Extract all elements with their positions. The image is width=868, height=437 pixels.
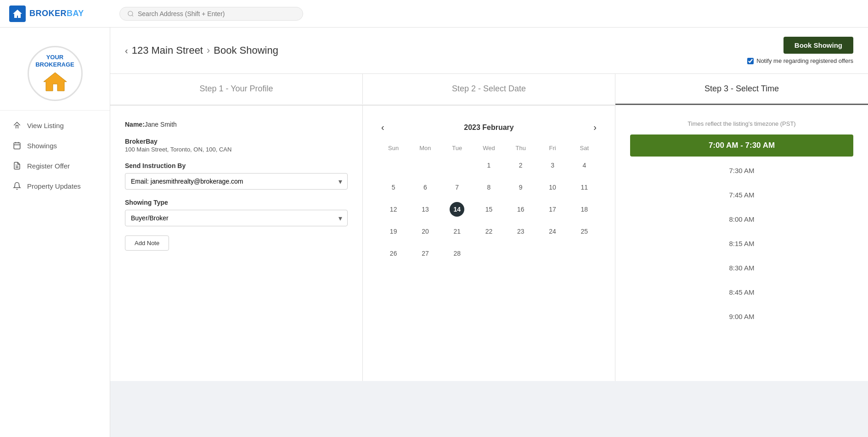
calendar-day[interactable]: 8 — [473, 176, 505, 198]
calendar-day[interactable]: 10 — [536, 176, 568, 198]
cal-day-header: Fri — [536, 142, 568, 154]
bell-icon — [12, 181, 22, 190]
calendar-day[interactable]: 3 — [536, 154, 568, 176]
timezone-note: Times reflect the listing's timezone (PS… — [630, 120, 853, 127]
add-note-button[interactable]: Add Note — [125, 235, 169, 251]
step1-body: Name:Jane Smith BrokerBay 100 Main Stree… — [110, 106, 363, 381]
time-slot[interactable]: 7:00 AM - 7:30 AM — [630, 134, 853, 157]
brokerage-address: 100 Main Street, Toronto, ON, 100, CAN — [125, 146, 348, 153]
calendar-day[interactable]: 17 — [536, 198, 568, 220]
home-icon — [12, 121, 22, 130]
showing-type-group: Showing Type Buyer/Broker Buyer Only Bro… — [125, 199, 348, 226]
step3-header: Step 3 - Select Time — [615, 74, 868, 105]
calendar-day — [441, 154, 473, 176]
send-instruction-group: Send Instruction By Email: janesmithreal… — [125, 162, 348, 190]
notify-label[interactable]: Notify me regarding registered offers — [747, 57, 853, 64]
calendar-day[interactable]: 11 — [569, 176, 600, 198]
svg-marker-1 — [44, 73, 67, 91]
page-header: ‹ 123 Main Street › Book Showing Book Sh… — [110, 28, 868, 74]
steps-header: Step 1 - Your Profile Step 2 - Select Da… — [110, 74, 868, 106]
property-address: 123 Main Street — [132, 45, 203, 56]
time-slot[interactable]: 8:15 AM — [630, 233, 853, 254]
calendar-day[interactable]: 13 — [409, 198, 441, 220]
step1-header: Step 1 - Your Profile — [110, 74, 363, 105]
sidebar-item-register-offer[interactable]: Register Offer — [0, 156, 110, 176]
breadcrumb-separator: › — [207, 45, 210, 56]
notify-text: Notify me regarding registered offers — [756, 57, 853, 64]
calendar-prev-button[interactable]: ‹ — [378, 120, 388, 134]
showing-type-label: Showing Type — [125, 199, 348, 206]
calendar-day — [569, 242, 600, 264]
send-instruction-label: Send Instruction By — [125, 162, 348, 169]
book-showing-button[interactable]: Book Showing — [783, 37, 853, 54]
time-slot[interactable]: 7:45 AM — [630, 185, 853, 205]
calendar-day[interactable]: 7 — [441, 176, 473, 198]
calendar-title: 2023 February — [464, 123, 514, 132]
calendar-day[interactable]: 5 — [378, 176, 409, 198]
brokerage-field: BrokerBay 100 Main Street, Toronto, ON, … — [125, 138, 348, 153]
search-input[interactable] — [138, 10, 295, 17]
svg-point-0 — [128, 11, 133, 16]
search-bar[interactable] — [119, 7, 303, 21]
calendar-days-row: SunMonTueWedThuFriSat — [378, 142, 600, 154]
calendar-day[interactable]: 14 — [441, 198, 473, 220]
notify-checkbox[interactable] — [747, 58, 754, 64]
calendar-day[interactable]: 12 — [378, 198, 409, 220]
calendar-day[interactable]: 23 — [505, 220, 536, 242]
time-slot[interactable]: 8:30 AM — [630, 258, 853, 278]
name-field: Name:Jane Smith — [125, 120, 348, 129]
calendar-day[interactable]: 20 — [409, 220, 441, 242]
calendar-day[interactable]: 25 — [569, 220, 600, 242]
calendar-day — [378, 154, 409, 176]
calendar-icon — [12, 141, 22, 150]
showing-type-select-wrap: Buyer/Broker Buyer Only Broker Only — [125, 210, 348, 226]
cal-day-header: Wed — [473, 142, 505, 154]
time-slot[interactable]: 9:00 AM — [630, 306, 853, 327]
topbar: BROKERBAY — [0, 0, 868, 28]
calendar-day[interactable]: 26 — [378, 242, 409, 264]
logo-area: BROKERBAY — [9, 6, 119, 22]
cal-day-header: Sat — [569, 142, 600, 154]
time-slot[interactable]: 7:30 AM — [630, 160, 853, 181]
sidebar-item-view-listing[interactable]: View Listing — [0, 115, 110, 135]
time-slot[interactable]: 8:45 AM — [630, 282, 853, 303]
time-slot[interactable]: 8:00 AM — [630, 209, 853, 230]
calendar-day[interactable]: 1 — [473, 154, 505, 176]
calendar-day[interactable]: 19 — [378, 220, 409, 242]
calendar-day[interactable]: 21 — [441, 220, 473, 242]
calendar-next-button[interactable]: › — [590, 120, 600, 134]
calendar: ‹ 2023 February › SunMonTueWedThuFriSat … — [378, 120, 600, 264]
calendar-day[interactable]: 16 — [505, 198, 536, 220]
calendar-day[interactable]: 18 — [569, 198, 600, 220]
sidebar-label-view-listing: View Listing — [27, 122, 64, 129]
time-slots-container: 7:00 AM - 7:30 AM7:30 AM7:45 AM8:00 AM8:… — [630, 134, 853, 327]
sidebar-label-showings: Showings — [27, 142, 57, 150]
step3-body: Times reflect the listing's timezone (PS… — [615, 106, 868, 381]
cal-day-header: Mon — [409, 142, 441, 154]
search-icon — [127, 10, 134, 17]
brokerage-name: BrokerBay — [125, 138, 348, 145]
calendar-day[interactable]: 22 — [473, 220, 505, 242]
sidebar-item-showings[interactable]: Showings — [0, 135, 110, 156]
calendar-day[interactable]: 4 — [569, 154, 600, 176]
document-icon — [12, 161, 22, 170]
send-instruction-select-wrap: Email: janesmithrealty@brokerage.com SMS… — [125, 173, 348, 190]
sidebar-item-property-updates[interactable]: Property Updates — [0, 176, 110, 196]
calendar-day[interactable]: 9 — [505, 176, 536, 198]
step2-header: Step 2 - Select Date — [363, 74, 615, 105]
send-instruction-select[interactable]: Email: janesmithrealty@brokerage.com SMS… — [125, 173, 348, 190]
calendar-day[interactable]: 28 — [441, 242, 473, 264]
calendar-day[interactable]: 2 — [505, 154, 536, 176]
calendar-day[interactable]: 27 — [409, 242, 441, 264]
calendar-day[interactable]: 6 — [409, 176, 441, 198]
calendar-day[interactable]: 15 — [473, 198, 505, 220]
cal-day-header: Thu — [505, 142, 536, 154]
back-arrow[interactable]: ‹ — [125, 45, 128, 56]
calendar-day — [473, 242, 505, 264]
sidebar-label-property-updates: Property Updates — [27, 182, 81, 190]
showing-type-select[interactable]: Buyer/Broker Buyer Only Broker Only — [125, 210, 348, 226]
calendar-day[interactable]: 24 — [536, 220, 568, 242]
header-actions: Book Showing Notify me regarding registe… — [747, 37, 853, 64]
step2-body: ‹ 2023 February › SunMonTueWedThuFriSat … — [363, 106, 615, 381]
brokerage-house-icon — [41, 70, 69, 93]
